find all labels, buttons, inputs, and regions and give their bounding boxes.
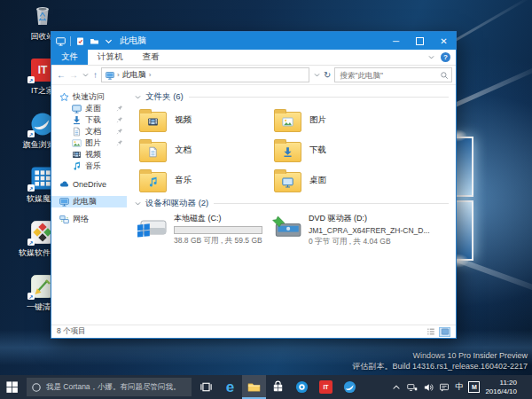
pc-icon: [59, 197, 69, 207]
chevron-down-icon[interactable]: [82, 71, 90, 79]
folders-section-header[interactable]: 文件夹 (6): [134, 91, 449, 103]
breadcrumb[interactable]: 此电脑: [122, 69, 146, 81]
folder-tile-文档[interactable]: 文档: [137, 135, 272, 165]
ribbon-tabs: 文件计算机查看 ?: [51, 50, 456, 66]
drive-name: 本地磁盘 (C:): [174, 213, 262, 224]
folder-tile-下载[interactable]: 下载: [272, 135, 407, 165]
sidebar-item-label: 快速访问: [73, 91, 105, 103]
properties-icon[interactable]: [75, 36, 85, 46]
window-controls: ─ ✕: [384, 32, 456, 50]
ruanmei-tray-icon[interactable]: M: [468, 381, 480, 393]
folder-tile-label: 图片: [309, 114, 326, 126]
status-bar: 8 个项目: [51, 325, 456, 338]
folder-icon: [139, 142, 167, 162]
devices-section-header[interactable]: 设备和驱动器 (2): [134, 198, 449, 209]
window-titlebar[interactable]: 此电脑 ─ ✕: [51, 32, 456, 50]
chevron-down-icon[interactable]: [313, 71, 321, 79]
search-input[interactable]: [338, 70, 440, 81]
network-icon[interactable]: [407, 382, 418, 393]
sidebar-item-视频[interactable]: 视频: [51, 149, 127, 160]
clock-time: 11:20: [485, 379, 517, 387]
watermark-line2: 评估副本。Build 14316.rs1_release.160402-2217: [352, 361, 528, 372]
sidebar-item-下载[interactable]: 下载: [51, 114, 127, 126]
clock-date: 2016/4/10: [485, 387, 517, 396]
download-glyph-icon: [275, 143, 301, 161]
sidebar-item-快速访问[interactable]: 快速访问: [51, 91, 127, 103]
search-icon[interactable]: [440, 71, 449, 80]
drive-info: 本地磁盘 (C:)38.8 GB 可用 , 共 59.5 GB: [174, 212, 262, 247]
sidebar-item-label: 视频: [85, 149, 101, 160]
star-icon: [59, 92, 69, 102]
task-view-button[interactable]: [194, 375, 218, 399]
folders-grid: 视频图片文档下载音乐桌面: [137, 105, 449, 195]
sidebar-item-图片[interactable]: 图片: [51, 137, 127, 149]
tab-文件[interactable]: 文件: [51, 50, 88, 65]
drive-tile-本地磁盘 (C:)[interactable]: 本地磁盘 (C:)38.8 GB 可用 , 共 59.5 GB: [136, 212, 270, 247]
minimize-button[interactable]: ─: [384, 32, 408, 50]
cortana-search-box[interactable]: 我是 Cortana，小娜。有问题尽管问我。: [27, 378, 192, 396]
refresh-icon[interactable]: ↻: [324, 70, 331, 80]
large-icons-view-icon[interactable]: [439, 327, 450, 337]
taskbar-clock[interactable]: 11:20 2016/4/10: [485, 379, 519, 395]
breadcrumb-separator: ›: [149, 71, 152, 79]
chevron-down-icon: [134, 93, 142, 101]
details-view-icon[interactable]: [425, 327, 436, 337]
folder-tile-label: 文档: [175, 145, 192, 156]
capacity-bar: [174, 226, 262, 234]
taskbar-app-edge[interactable]: e: [218, 375, 242, 399]
section-title: 文件夹 (6): [145, 91, 184, 103]
sidebar-item-此电脑[interactable]: 此电脑: [51, 196, 127, 207]
taskbar-app-ithome[interactable]: IT: [314, 375, 338, 399]
sidebar-item-音乐[interactable]: 音乐: [51, 160, 127, 172]
close-button[interactable]: ✕: [432, 32, 456, 50]
pin-icon: [116, 116, 123, 123]
taskbar-app-explorer[interactable]: [242, 375, 266, 399]
sidebar-item-网络[interactable]: 网络: [51, 214, 127, 225]
taskbar-app-store[interactable]: [266, 375, 290, 399]
tab-计算机[interactable]: 计算机: [88, 50, 133, 65]
divider: [70, 36, 71, 46]
action-center-icon[interactable]: [439, 382, 450, 393]
address-box[interactable]: › 此电脑 ›: [101, 67, 309, 82]
chevron-down-icon[interactable]: [427, 53, 435, 61]
back-button[interactable]: ←: [57, 70, 66, 80]
monitor-icon: [72, 104, 82, 113]
monitor-glyph-icon: [275, 173, 301, 192]
forward-button[interactable]: →: [69, 70, 78, 80]
taskbar-apps: eIT: [218, 375, 362, 399]
tray-chevron-up-icon[interactable]: [391, 382, 402, 393]
folder-tile-图片[interactable]: 图片: [272, 105, 407, 135]
folder-tile-音乐[interactable]: 音乐: [137, 165, 272, 195]
sidebar-item-OneDrive[interactable]: OneDrive: [51, 178, 127, 190]
folder-tile-视频[interactable]: 视频: [137, 105, 272, 135]
up-button[interactable]: ↑: [93, 70, 98, 80]
start-button[interactable]: [0, 375, 24, 399]
sidebar-item-label: 文档: [85, 126, 101, 137]
watermark-line1: Windows 10 Pro Insider Preview: [352, 350, 528, 361]
maximize-button[interactable]: [408, 32, 432, 50]
taskbar-app-ruanmei[interactable]: [290, 375, 314, 399]
drive-name: DVD 驱动器 (D:): [309, 213, 430, 224]
sidebar-item-桌面[interactable]: 桌面: [51, 103, 127, 114]
tab-查看[interactable]: 查看: [133, 50, 169, 65]
hard-drive-icon: [136, 212, 168, 247]
item-count: 8 个项目: [57, 326, 86, 337]
volume-icon[interactable]: [423, 382, 434, 393]
taskbar-app-sailfish[interactable]: [338, 375, 362, 399]
folder-tile-桌面[interactable]: 桌面: [272, 165, 407, 195]
ime-indicator[interactable]: 中: [455, 381, 463, 393]
document-glyph-icon: [140, 143, 166, 161]
new-folder-icon[interactable]: [90, 36, 99, 46]
drive-tile-DVD 驱动器 (D:)[interactable]: DVD 驱动器 (D:)JM1_CPRA_X64FRER_ZH-CN_D...0…: [270, 212, 456, 247]
shortcut-arrow-icon: ↗: [27, 293, 35, 300]
music-glyph-icon: [140, 173, 166, 192]
pc-icon[interactable]: [56, 36, 66, 46]
pin-icon: [116, 128, 123, 135]
chevron-down-icon[interactable]: [104, 36, 113, 46]
help-icon[interactable]: ?: [441, 52, 450, 62]
navigation-buttons: ← → ↑: [57, 70, 98, 80]
sidebar-item-label: 图片: [85, 137, 101, 149]
folder-icon: [274, 112, 301, 132]
light-beam: [453, 0, 531, 43]
sidebar-item-文档[interactable]: 文档: [51, 126, 127, 137]
